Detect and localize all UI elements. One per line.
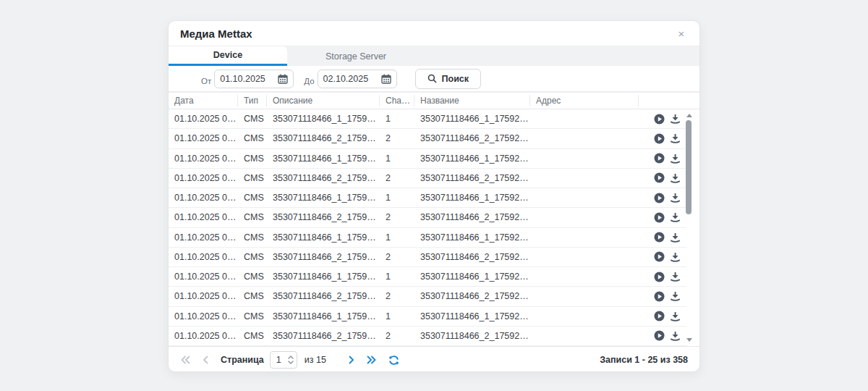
table-row[interactable]: 01.10.2025 00:0... CMS 353071118466_2_17…	[169, 129, 686, 148]
play-icon[interactable]	[654, 153, 665, 164]
tab-device[interactable]: Device	[169, 46, 287, 66]
dialog-titlebar: Медиа Mettax ×	[169, 21, 699, 46]
download-icon[interactable]	[670, 193, 681, 203]
download-icon[interactable]	[670, 311, 681, 321]
table-row[interactable]: 01.10.2025 00:1... CMS 353071118466_2_17…	[169, 169, 686, 188]
cell-description: 353071118466_2_1759267200	[267, 212, 380, 222]
cell-description: 353071118466_2_1759266000	[267, 133, 380, 143]
search-button[interactable]: Поиск	[415, 69, 482, 89]
cell-description: 353071118466_2_1759269000	[267, 331, 380, 341]
table-row[interactable]: 01.10.2025 00:4... CMS 353071118466_1_17…	[169, 267, 686, 287]
close-icon[interactable]: ×	[675, 27, 688, 40]
calendar-icon[interactable]	[278, 74, 288, 84]
table-row[interactable]: 01.10.2025 00:2... CMS 353071118466_1_17…	[169, 188, 686, 208]
download-icon[interactable]	[670, 114, 681, 125]
play-icon[interactable]	[654, 330, 665, 341]
table-row[interactable]: 01.10.2025 00:5... CMS 353071118466_1_17…	[169, 307, 686, 327]
play-icon[interactable]	[654, 172, 665, 183]
cell-actions	[639, 212, 686, 223]
play-icon[interactable]	[654, 114, 665, 125]
page-number-stepper[interactable]	[270, 351, 297, 369]
page-number-input[interactable]	[276, 355, 286, 365]
cell-actions	[639, 232, 686, 243]
search-button-label: Поиск	[442, 74, 469, 84]
cell-channel: 1	[380, 232, 414, 243]
page-count-label: из 15	[305, 355, 326, 365]
cell-channel: 2	[380, 212, 414, 222]
media-table: Дата Тип Описание Channel Название Адрес…	[169, 92, 699, 346]
column-header-description[interactable]: Описание	[267, 95, 380, 106]
page-label: Страница	[221, 355, 264, 365]
last-page-button[interactable]	[366, 356, 377, 364]
media-dialog: Медиа Mettax × Device Storage Server От …	[168, 20, 700, 372]
table-row[interactable]: 01.10.2025 00:1... CMS 353071118466_1_17…	[169, 149, 686, 169]
refresh-button[interactable]	[388, 355, 399, 366]
scroll-up-icon[interactable]	[686, 114, 692, 117]
cell-type: CMS	[238, 154, 267, 164]
download-icon[interactable]	[670, 251, 681, 262]
tab-storage-server[interactable]: Storage Server	[287, 46, 425, 66]
table-row[interactable]: 01.10.2025 00:0... CMS 353071118466_1_17…	[169, 109, 686, 129]
from-date-field[interactable]	[214, 70, 294, 88]
column-header-channel[interactable]: Channel	[380, 95, 414, 106]
scrollbar-thumb[interactable]	[686, 120, 692, 214]
column-header-address[interactable]: Адрес	[530, 95, 639, 106]
cell-date: 01.10.2025 00:3...	[169, 232, 238, 243]
play-icon[interactable]	[654, 232, 665, 243]
to-date-field[interactable]	[318, 70, 397, 88]
cell-channel: 1	[380, 193, 414, 203]
column-header-date[interactable]: Дата	[169, 95, 238, 106]
scroll-down-icon[interactable]	[686, 338, 692, 342]
next-page-button[interactable]	[348, 356, 354, 364]
table-row[interactable]: 01.10.2025 00:3... CMS 353071118466_2_17…	[169, 248, 686, 267]
cell-name: 353071118466_1_1759266000	[414, 114, 530, 124]
cell-type: CMS	[238, 272, 267, 282]
table-row[interactable]: 01.10.2025 00:3... CMS 353071118466_1_17…	[169, 228, 686, 248]
table-row[interactable]: 01.10.2025 00:5... CMS 353071118466_2_17…	[169, 327, 686, 346]
table-row[interactable]: 01.10.2025 00:2... CMS 353071118466_2_17…	[169, 208, 686, 227]
play-icon[interactable]	[654, 291, 665, 302]
cell-date: 01.10.2025 00:2...	[169, 212, 238, 222]
cell-name: 353071118466_1_1759267200	[414, 193, 530, 203]
download-icon[interactable]	[670, 232, 681, 243]
cell-channel: 1	[380, 114, 414, 124]
pagination-bar: Страница из 15 Записи 1 - 25 из 358	[169, 346, 699, 372]
cell-description: 353071118466_1_1759267800	[267, 232, 380, 243]
cell-date: 01.10.2025 00:1...	[169, 173, 238, 183]
calendar-icon[interactable]	[381, 74, 391, 84]
cell-actions	[639, 330, 686, 341]
from-date-input[interactable]	[220, 74, 275, 84]
play-icon[interactable]	[654, 311, 665, 321]
play-icon[interactable]	[654, 251, 665, 262]
play-icon[interactable]	[654, 212, 665, 223]
download-icon[interactable]	[670, 212, 681, 223]
cell-channel: 2	[380, 331, 414, 341]
cell-name: 353071118466_2_1759266000	[414, 133, 530, 143]
first-page-button[interactable]	[180, 356, 191, 364]
vertical-scrollbar[interactable]	[685, 111, 692, 346]
cell-type: CMS	[238, 291, 267, 301]
download-icon[interactable]	[670, 153, 681, 164]
table-row[interactable]: 01.10.2025 00:4... CMS 353071118466_2_17…	[169, 287, 686, 306]
prev-page-button[interactable]	[203, 356, 209, 364]
download-icon[interactable]	[670, 172, 681, 183]
column-header-name[interactable]: Название	[414, 95, 530, 106]
cell-actions	[639, 291, 686, 302]
cell-actions	[639, 153, 686, 164]
play-icon[interactable]	[654, 272, 665, 282]
spinner-down-icon[interactable]	[288, 361, 294, 364]
to-date-input[interactable]	[323, 74, 378, 84]
play-icon[interactable]	[654, 193, 665, 203]
cell-name: 353071118466_2_1759267200	[414, 212, 530, 222]
download-icon[interactable]	[670, 291, 681, 302]
download-icon[interactable]	[670, 133, 681, 144]
column-header-type[interactable]: Тип	[238, 95, 267, 106]
spinner-up-icon[interactable]	[288, 356, 294, 359]
play-icon[interactable]	[654, 133, 665, 144]
cell-actions	[639, 172, 686, 183]
cell-type: CMS	[238, 133, 267, 143]
download-icon[interactable]	[670, 330, 681, 341]
download-icon[interactable]	[670, 272, 681, 282]
cell-description: 353071118466_1_1759266000	[267, 114, 380, 124]
cell-name: 353071118466_1_1759267800	[414, 232, 530, 243]
